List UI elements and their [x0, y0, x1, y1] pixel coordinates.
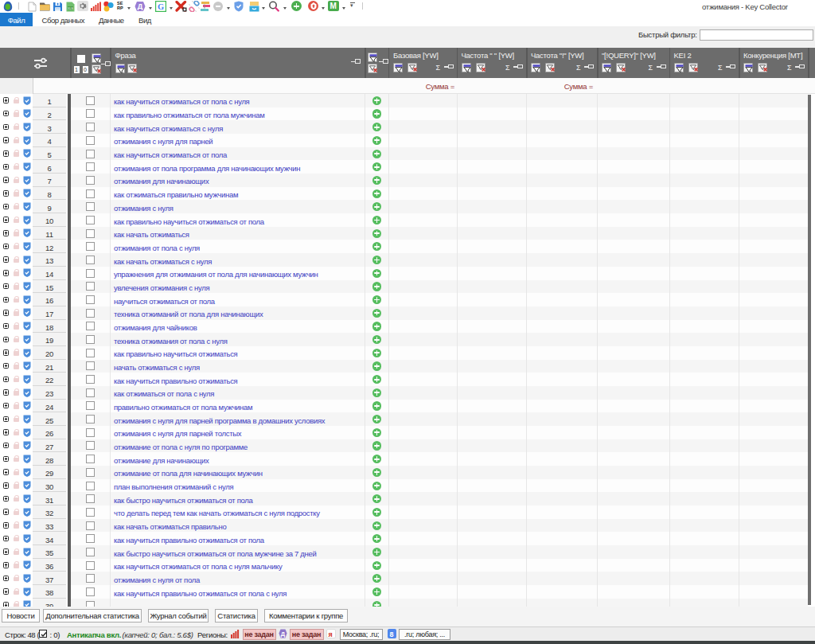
svg-text:Д: Д: [281, 630, 286, 638]
svg-text:XLS: XLS: [68, 6, 73, 10]
svg-text:G: G: [158, 2, 164, 11]
svg-text:Д: Д: [138, 2, 143, 10]
